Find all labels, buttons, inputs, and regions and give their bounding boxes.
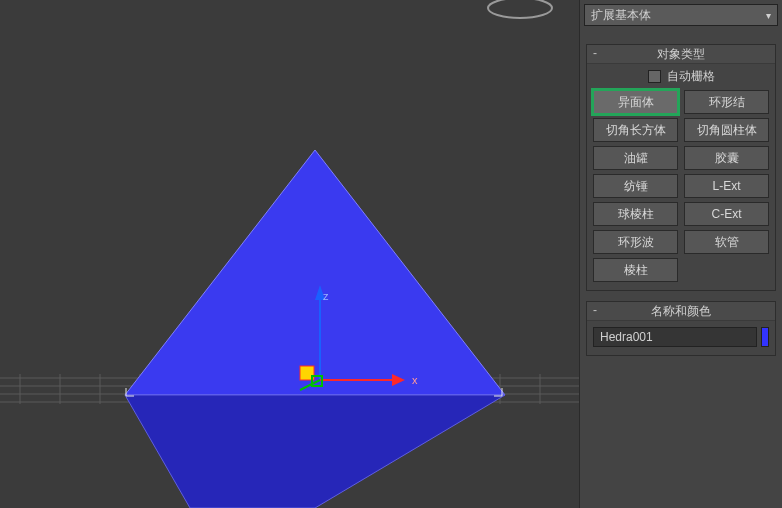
type-button[interactable]: 纺锤 [593,174,678,198]
type-button-grid: 异面体环形结切角长方体切角圆柱体油罐胶囊纺锤L-Ext球棱柱C-Ext环形波软管… [587,86,775,282]
view-cube-ring [488,0,552,18]
hedra-object[interactable] [125,150,505,508]
autogrid-label: 自动栅格 [667,68,715,85]
type-button[interactable]: 切角圆柱体 [684,118,769,142]
type-button[interactable]: C-Ext [684,202,769,226]
svg-marker-15 [125,150,505,395]
type-button[interactable]: 棱柱 [593,258,678,282]
collapse-icon: - [593,303,597,317]
rollout-title-label: 名称和颜色 [651,303,711,320]
chevron-down-icon: ▾ [766,10,771,21]
type-button[interactable]: 切角长方体 [593,118,678,142]
rollout-title-name-color[interactable]: - 名称和颜色 [587,302,775,321]
type-button[interactable]: 环形波 [593,230,678,254]
command-panel: 扩展基本体 ▾ - 对象类型 自动栅格 异面体环形结切角长方体切角圆柱体油罐胶囊… [579,0,782,508]
autogrid-checkbox[interactable] [648,70,661,83]
type-button[interactable]: 油罐 [593,146,678,170]
rollout-name-color: - 名称和颜色 [586,301,776,356]
collapse-icon: - [593,46,597,60]
type-button[interactable]: 环形结 [684,90,769,114]
viewport[interactable]: z x [0,0,580,508]
type-button[interactable]: 胶囊 [684,146,769,170]
type-button[interactable]: L-Ext [684,174,769,198]
gizmo-x-label: x [412,374,418,386]
autogrid-row: 自动栅格 [587,66,775,86]
scene-canvas: z x [0,0,580,508]
rollout-object-types: - 对象类型 自动栅格 异面体环形结切角长方体切角圆柱体油罐胶囊纺锤L-Ext球… [586,44,776,291]
rollout-title-label: 对象类型 [657,46,705,63]
object-color-swatch[interactable] [761,327,769,347]
type-button[interactable]: 软管 [684,230,769,254]
gizmo-z-label: z [323,290,329,302]
svg-marker-16 [125,395,505,508]
type-button[interactable]: 球棱柱 [593,202,678,226]
category-dropdown[interactable]: 扩展基本体 ▾ [584,4,778,26]
rollout-title-object-types[interactable]: - 对象类型 [587,45,775,64]
category-label: 扩展基本体 [591,7,651,24]
type-button[interactable]: 异面体 [593,90,678,114]
object-name-input[interactable] [593,327,757,347]
